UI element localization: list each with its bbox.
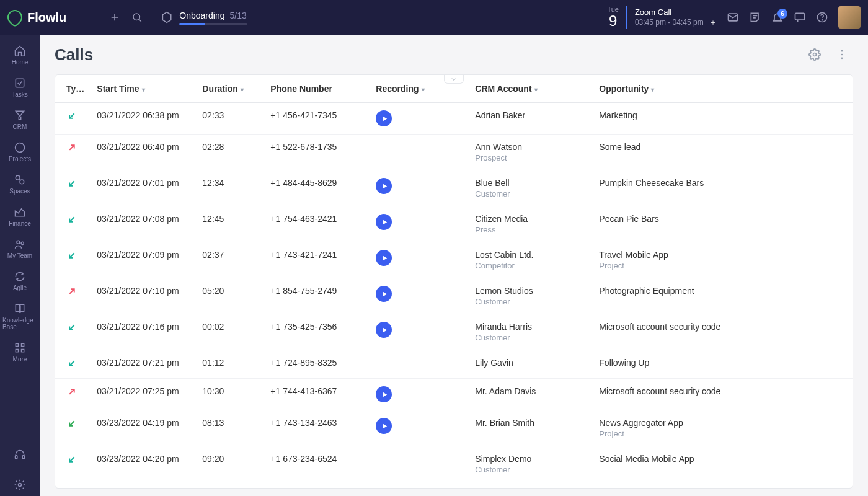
table-row[interactable]: 03/23/2022 04:20 pm09:20+1 673-234-6524S… — [55, 446, 852, 482]
chevron-down-icon: ▾ — [422, 86, 425, 93]
sidebar-item-label: Finance — [9, 220, 31, 227]
sidebar-item-finance[interactable]: Finance — [2, 201, 37, 232]
sidebar-item-crm[interactable]: CRM — [2, 104, 37, 135]
sidebar-item-more[interactable]: More — [2, 337, 37, 368]
play-recording-button[interactable] — [376, 250, 392, 266]
table-row[interactable]: 03/21/2022 07:10 pm05:20+1 854-755-2749L… — [55, 278, 852, 314]
col-start-time[interactable]: Start Time▾ — [91, 75, 196, 103]
sidebar-support[interactable] — [2, 444, 37, 466]
crm-account-type: Competitor — [475, 261, 587, 270]
sidebar-item-tasks[interactable]: Tasks — [2, 72, 37, 103]
opportunity-name[interactable]: Pumpkin Cheesecake Bars — [599, 178, 846, 188]
play-recording-button[interactable] — [376, 214, 392, 230]
duration: 09:20 — [202, 454, 224, 464]
play-recording-button[interactable] — [376, 418, 392, 434]
logo-mark-icon — [4, 7, 25, 28]
notifications-button[interactable]: 6 — [766, 6, 789, 29]
sidebar-item-home[interactable]: Home — [2, 40, 37, 71]
col-duration[interactable]: Duration▾ — [196, 75, 264, 103]
table-row[interactable]: 03/21/2022 07:01 pm12:34+1 484-445-8629B… — [55, 170, 852, 206]
start-time: 03/21/2022 07:10 pm — [97, 286, 179, 296]
help-button[interactable] — [811, 6, 833, 29]
sidebar-item-kb[interactable]: Knowledge Base — [2, 298, 37, 335]
more-button[interactable] — [831, 43, 853, 66]
date-event-widget[interactable]: Tue 9 Zoom Call 03:45 pm - 04:45 pm ＋ — [607, 6, 717, 29]
onboarding-progress — [179, 23, 247, 25]
myteam-icon — [14, 238, 26, 250]
sidebar-item-spaces[interactable]: Spaces — [2, 169, 37, 200]
table-row[interactable]: 03/21/2022 07:08 pm12:45+1 754-463-2421C… — [55, 206, 852, 242]
crm-account-name[interactable]: Miranda Harris — [475, 322, 587, 332]
crm-account-name[interactable]: Mr. Adam Davis — [475, 386, 587, 396]
notification-badge: 6 — [777, 9, 787, 19]
col-phone[interactable]: Phone Number — [264, 75, 370, 103]
play-recording-button[interactable] — [376, 178, 392, 194]
opportunity-name[interactable]: Photographic Equipment — [599, 286, 846, 296]
table-row[interactable]: 03/21/2022 06:38 pm02:33+1 456-421-7345A… — [55, 103, 852, 135]
play-recording-button[interactable] — [376, 110, 392, 126]
settings-button[interactable] — [804, 43, 826, 66]
avatar[interactable] — [838, 6, 861, 29]
col-crm-account[interactable]: CRM Account▾ — [469, 75, 593, 103]
crm-account-name[interactable]: Blue Bell — [475, 178, 587, 188]
phone-number: +1 743-421-7241 — [270, 250, 337, 260]
search-button[interactable] — [126, 6, 148, 29]
phone-number: +1 522-678-1735 — [270, 142, 337, 152]
main-content: Calls Ty… Start Time▾ Duration▾ Phone Nu… — [40, 35, 868, 496]
crm-account-name[interactable]: Lemon Studios — [475, 286, 587, 296]
table-row[interactable]: 03/21/2022 07:09 pm02:37+1 743-421-7241L… — [55, 242, 852, 278]
play-recording-button[interactable] — [376, 286, 392, 302]
tasks-icon — [14, 77, 26, 89]
phone-number: +1 735-425-7356 — [270, 322, 337, 332]
opportunity-name[interactable]: Microsoft account security code — [599, 322, 846, 332]
crm-account-name[interactable]: Mr. Brian Smith — [475, 418, 587, 428]
opportunity-name[interactable]: Marketing — [599, 110, 846, 120]
sidebar-settings[interactable] — [2, 474, 37, 496]
sidebar-item-agile[interactable]: Agile — [2, 265, 37, 296]
play-recording-button[interactable] — [376, 322, 392, 338]
mail-button[interactable] — [722, 6, 744, 29]
chat-button[interactable] — [789, 6, 811, 29]
table-row[interactable]: 03/21/2022 06:40 pm02:28+1 522-678-1735A… — [55, 135, 852, 170]
start-time: 03/21/2022 06:38 pm — [97, 110, 179, 120]
table-row[interactable]: 03/23/2022 04:19 pm08:13+1 743-134-2463M… — [55, 410, 852, 446]
opportunity-name[interactable]: News Aggregator App — [599, 418, 846, 428]
crm-account-name[interactable]: Ann Watson — [475, 142, 587, 152]
table-row[interactable]: 03/23/2022 04:20 pm01:38+1 954-352-8632T… — [55, 482, 852, 489]
phone-number: +1 724-895-8325 — [270, 358, 337, 368]
svg-point-8 — [20, 180, 24, 184]
table-row[interactable]: 03/21/2022 07:16 pm00:02+1 735-425-7356M… — [55, 314, 852, 350]
onboarding-widget[interactable]: Onboarding 5/13 — [161, 11, 247, 25]
crm-account-name[interactable]: Adrian Baker — [475, 110, 587, 120]
opportunity-name[interactable]: Pecan Pie Bars — [599, 214, 846, 224]
sidebar-item-myteam[interactable]: My Team — [2, 233, 37, 264]
opportunity-name[interactable]: Some lead — [599, 142, 846, 152]
crm-account-name[interactable]: Lily Gavin — [475, 358, 587, 368]
brand-name: Flowlu — [27, 11, 66, 25]
col-opportunity[interactable]: Opportunity▾ — [593, 75, 852, 103]
opportunity-name[interactable]: Social Media Mobile App — [599, 454, 846, 464]
duration: 02:28 — [202, 142, 224, 152]
onboarding-label: Onboarding — [179, 11, 224, 20]
notes-button[interactable] — [744, 6, 766, 29]
calls-table-container: Ty… Start Time▾ Duration▾ Phone Number R… — [55, 74, 853, 489]
phone-number: +1 673-234-6524 — [270, 454, 337, 464]
expand-panel-button[interactable] — [444, 75, 464, 84]
opportunity-name[interactable]: Following Up — [599, 358, 846, 368]
table-row[interactable]: 03/21/2022 07:21 pm01:12+1 724-895-8325L… — [55, 350, 852, 379]
add-button[interactable] — [104, 6, 126, 29]
logo[interactable]: Flowlu — [7, 10, 66, 25]
duration: 10:30 — [202, 386, 224, 396]
opportunity-name[interactable]: Microsoft account security code — [599, 386, 846, 396]
crm-account-name[interactable]: Simplex Demo — [475, 454, 587, 464]
topbar: Flowlu Onboarding 5/13 Tue 9 Zoom Call 0… — [0, 0, 868, 35]
table-row[interactable]: 03/21/2022 07:25 pm10:30+1 744-413-6367M… — [55, 379, 852, 410]
crm-account-name[interactable]: Citizen Media — [475, 214, 587, 224]
col-type[interactable]: Ty… — [55, 75, 91, 103]
sidebar-item-label: Spaces — [9, 188, 30, 195]
sidebar-item-projects[interactable]: Projects — [2, 136, 37, 167]
plus-icon[interactable]: ＋ — [709, 18, 717, 27]
play-recording-button[interactable] — [376, 386, 392, 402]
opportunity-name[interactable]: Travel Mobile App — [599, 250, 846, 260]
crm-account-name[interactable]: Lost Cabin Ltd. — [475, 250, 587, 260]
